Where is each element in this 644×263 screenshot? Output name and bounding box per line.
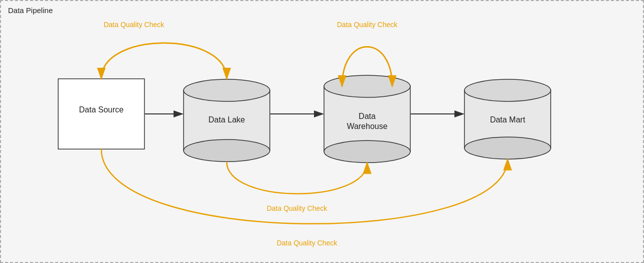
data-mart-top: [464, 79, 551, 101]
data-warehouse-label1: Data: [359, 112, 376, 120]
qc-arc-lake-source: [101, 43, 227, 79]
qc-label-1: Data Quality Check: [104, 21, 165, 29]
data-mart-label: Data Mart: [490, 115, 526, 124]
qc-label-2: Data Quality Check: [337, 21, 398, 29]
data-lake-top: [184, 79, 270, 101]
qc-arc-source-mart-bottom: [101, 149, 508, 224]
data-source-rect: [58, 79, 144, 149]
data-warehouse-label2: Warehouse: [347, 122, 387, 130]
data-lake-label: Data Lake: [209, 115, 245, 124]
data-mart-bottom: [464, 137, 551, 159]
diagram-container: Data Pipeline Data Source Data Lake Data…: [0, 0, 644, 263]
qc-arc-lake-warehouse-bottom: [227, 162, 367, 194]
diagram-svg: Data Source Data Lake Data Warehouse Dat…: [1, 1, 644, 263]
qc-label-4: Data Quality Check: [277, 239, 338, 247]
qc-arc-source-lake: [101, 43, 227, 79]
data-warehouse-bottom: [324, 141, 410, 163]
data-lake-bottom: [184, 140, 270, 162]
qc-label-3: Data Quality Check: [267, 204, 328, 212]
data-source-label: Data Source: [79, 105, 124, 114]
data-warehouse-top: [324, 75, 410, 97]
